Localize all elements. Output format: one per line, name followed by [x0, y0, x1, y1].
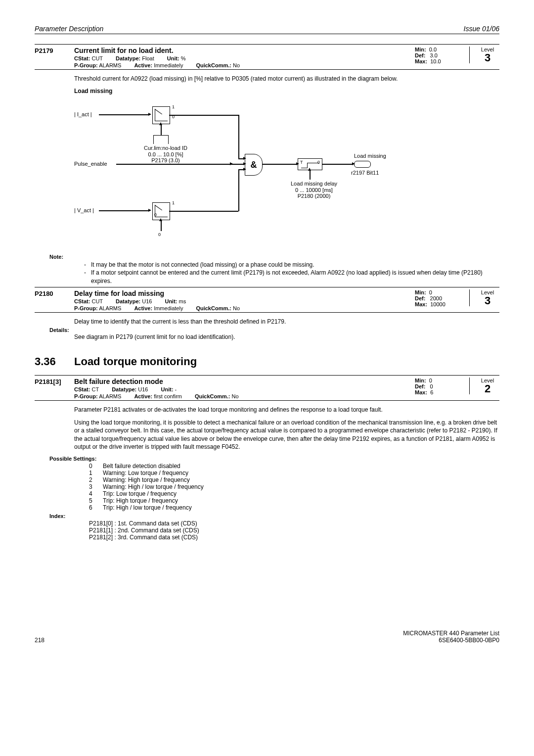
param-p2179-header: P2179 Current limit for no load ident. C…: [35, 44, 499, 70]
diagram-title: Load missing: [74, 88, 499, 94]
page-header: Parameter Description Issue 01/06: [35, 25, 499, 34]
section-heading: 3.36 Load torque monitoring: [35, 355, 499, 368]
param-p2180-header: P2180 Delay time for load missing CStat:…: [35, 287, 499, 313]
index-list: P2181[0] : 1st. Command data set (CDS)P2…: [89, 520, 499, 541]
header-left: Parameter Description: [35, 25, 103, 33]
param-p2181-header: P2181[3] Belt failure detection mode CSt…: [35, 375, 499, 401]
page-footer: MICROMASTER 440 Parameter List 6SE6400-5…: [35, 630, 499, 644]
settings-list: 0Belt failure detection disabled1Warning…: [89, 463, 499, 511]
load-missing-diagram: | I_act | 1 0 Cur.lim:no-load ID 0.0 ...…: [74, 97, 410, 251]
param-title: Current limit for no load ident.: [74, 47, 415, 54]
p2179-desc: Threshold current for A0922 (load missin…: [74, 75, 499, 83]
level-box: Level 3: [469, 47, 499, 63]
note-label: Note:: [49, 254, 499, 260]
and-gate: &: [245, 154, 263, 176]
param-id: P2179: [35, 47, 74, 68]
output-coil: [354, 161, 371, 168]
header-right: Issue 01/06: [464, 25, 499, 33]
note-list: - It may be that the motor is not connec…: [84, 261, 499, 285]
